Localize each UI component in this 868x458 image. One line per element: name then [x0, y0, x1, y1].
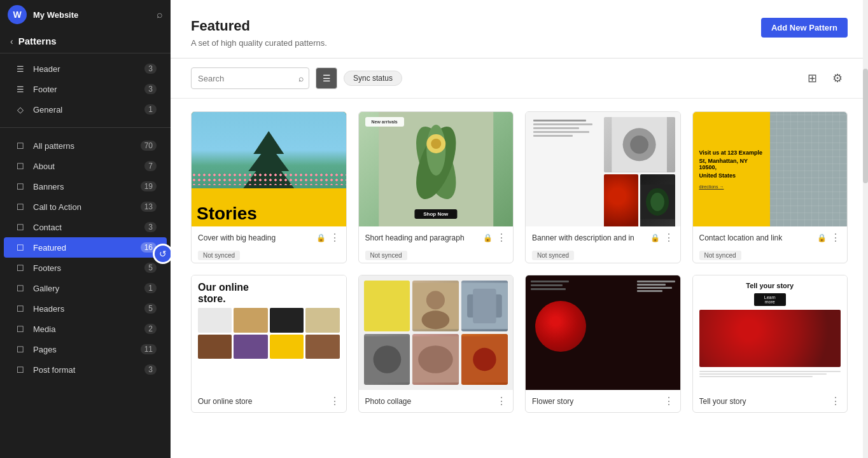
grid-view-button[interactable]: ⊞: [802, 68, 822, 88]
sidebar-item-banners[interactable]: ☐ Banners 19: [4, 176, 167, 197]
pattern-footer-banner: Banner with description and in 🔒 ⋮: [526, 226, 680, 249]
sidebar-item-contact[interactable]: ☐ Contact 3: [4, 217, 167, 237]
svg-point-5: [431, 139, 441, 149]
footers-count: 5: [144, 263, 157, 273]
more-icon-4[interactable]: ⋮: [830, 232, 841, 244]
footer-label: Footer: [33, 85, 138, 94]
sync-status-button[interactable]: Sync status: [344, 71, 402, 86]
sidebar-item-footers[interactable]: ☐ Footers 5: [4, 258, 167, 278]
media-label: Media: [33, 324, 138, 334]
more-icon-7[interactable]: ⋮: [664, 395, 674, 407]
more-icon-2[interactable]: ⋮: [496, 232, 507, 244]
gallery-count: 1: [144, 283, 157, 293]
more-icon-5[interactable]: ⋮: [330, 395, 340, 407]
more-icon-3[interactable]: ⋮: [664, 232, 674, 244]
filter-button[interactable]: ☰: [316, 67, 337, 89]
post-format-icon: ☐: [14, 363, 27, 376]
general-label: General: [33, 105, 138, 114]
story-text-block: [637, 281, 675, 292]
pattern-badge-plant: Not synced: [365, 251, 407, 260]
pattern-name-banner: Banner with description and in: [532, 233, 647, 242]
sidebar-item-about[interactable]: ☐ About 7: [4, 156, 167, 176]
pattern-card-stories[interactable]: Stories Cover with big heading 🔒 ⋮ Not s…: [191, 111, 347, 263]
pattern-name-flower-story: Flower story: [532, 397, 660, 406]
contact-text-line-3: United States: [699, 172, 764, 179]
featured-icon: ☐: [14, 241, 27, 254]
banners-count: 19: [141, 181, 157, 191]
sidebar-item-featured[interactable]: ☐ Featured 16 ↺: [4, 237, 167, 258]
sidebar-item-media[interactable]: ☐ Media 2: [4, 319, 167, 339]
pattern-footer-collage2: Photo collage ⋮: [359, 390, 514, 412]
add-new-pattern-button[interactable]: Add New Pattern: [761, 18, 848, 38]
top-bar: W My Website ⌕: [0, 0, 171, 29]
nav-section-patterns: ☐ All patterns 70 ☐ About 7 ☐ Banners 19…: [0, 130, 171, 385]
sidebar-item-pages[interactable]: ☐ Pages 11: [4, 339, 167, 359]
sidebar-item-all-patterns[interactable]: ☐ All patterns 70: [4, 135, 167, 156]
pattern-name-contact: Contact location and link: [699, 233, 814, 242]
tell-title: Tell your story: [699, 282, 841, 289]
settings-button[interactable]: ⚙: [827, 68, 848, 88]
sidebar-item-gallery[interactable]: ☐ Gallery 1: [4, 278, 167, 298]
scroll-thumb: [863, 69, 868, 183]
search-icon[interactable]: ⌕: [157, 9, 163, 20]
pattern-card-tell-story[interactable]: Tell your story Learn more Tell your sto…: [692, 275, 848, 413]
red-flower: [535, 301, 586, 352]
post-format-label: Post format: [33, 365, 138, 375]
sidebar-item-general[interactable]: ◇ General 1: [4, 99, 167, 120]
sidebar-item-headers[interactable]: ☐ Headers 5: [4, 298, 167, 319]
pattern-card-contact[interactable]: Visit us at 123 Example St, Manhattan, N…: [692, 111, 848, 263]
main-content: Featured A set of high quality curated p…: [171, 0, 868, 458]
pattern-preview-plant: New arrivals Shop Now: [359, 112, 514, 226]
patterns-row-1: Stories Cover with big heading 🔒 ⋮ Not s…: [191, 111, 848, 263]
pattern-preview-contact: Visit us at 123 Example St, Manhattan, N…: [693, 112, 848, 226]
all-patterns-count: 70: [141, 141, 157, 151]
general-icon: ◇: [14, 103, 27, 116]
pattern-card-flower-story[interactable]: Flower story ⋮: [525, 275, 681, 413]
media-icon: ☐: [14, 323, 27, 335]
more-icon[interactable]: ⋮: [330, 232, 340, 244]
store-title-text: Our onlinestore.: [198, 282, 340, 304]
gallery-label: Gallery: [33, 284, 138, 293]
sidebar-item-call-to-action[interactable]: ☐ Call to Action 13: [4, 197, 167, 217]
back-icon[interactable]: ‹: [10, 36, 13, 46]
sidebar-item-header[interactable]: ☰ Header 3: [4, 59, 167, 79]
toolbar-right: ⊞ ⚙: [802, 68, 848, 88]
more-icon-8[interactable]: ⋮: [830, 395, 841, 407]
sidebar-item-post-format[interactable]: ☐ Post format 3: [4, 359, 167, 380]
headers-count: 5: [144, 303, 157, 314]
pattern-name-collage2: Photo collage: [365, 397, 493, 406]
stories-text: Stories: [197, 205, 341, 223]
wp-logo-icon[interactable]: W: [8, 5, 27, 24]
cta-count: 13: [141, 202, 157, 212]
more-icon-6[interactable]: ⋮: [496, 395, 507, 407]
grid-icon: ⊞: [808, 71, 817, 85]
search-button[interactable]: ⌕: [293, 67, 309, 89]
sidebar-header: ‹ Patterns: [0, 29, 171, 53]
header-count: 3: [144, 64, 157, 74]
scrollbar[interactable]: [863, 0, 868, 458]
patterns-grid: Stories Cover with big heading 🔒 ⋮ Not s…: [171, 99, 868, 458]
pattern-preview-collage2: [359, 275, 514, 390]
pattern-card-store[interactable]: Our onlinestore.: [191, 275, 347, 413]
contact-label: Contact: [33, 223, 138, 232]
contact-text-line-1: Visit us at 123 Example: [699, 149, 764, 156]
pattern-preview-banner: [526, 112, 680, 226]
sidebar-item-footer[interactable]: ☰ Footer 3: [4, 79, 167, 99]
footers-label: Footers: [33, 263, 138, 273]
pages-label: Pages: [33, 345, 134, 354]
svg-point-21: [418, 345, 453, 373]
about-label: About: [33, 162, 138, 171]
pattern-card-banner[interactable]: Banner with description and in 🔒 ⋮ Not s…: [525, 111, 681, 263]
site-title: My Website: [33, 10, 150, 20]
pattern-card-collage2[interactable]: Photo collage ⋮: [358, 275, 514, 413]
pattern-footer-plant: Short heading and paragraph 🔒 ⋮: [359, 226, 514, 249]
pattern-badge-banner: Not synced: [532, 251, 574, 260]
featured-label: Featured: [33, 243, 134, 253]
contact-link[interactable]: directions →: [699, 184, 764, 189]
footer-count: 3: [144, 84, 157, 94]
svg-point-14: [422, 310, 450, 329]
pattern-card-plant[interactable]: New arrivals Shop Now Short heading and …: [358, 111, 514, 263]
search-input[interactable]: [192, 74, 293, 83]
sidebar: W My Website ⌕ ‹ Patterns ☰ Header 3 ☰ F…: [0, 0, 171, 458]
pattern-name-store: Our online store: [198, 397, 326, 406]
